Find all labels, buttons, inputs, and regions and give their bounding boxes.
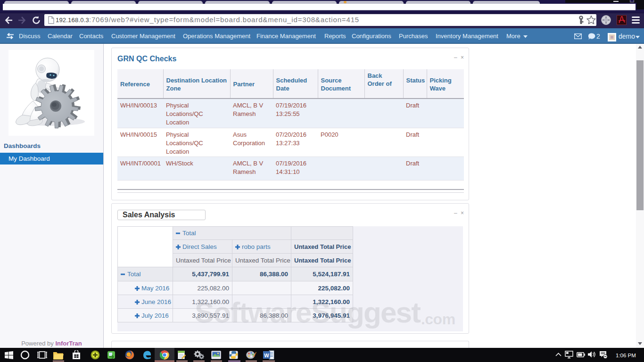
svg-text:W: W: [264, 353, 269, 358]
